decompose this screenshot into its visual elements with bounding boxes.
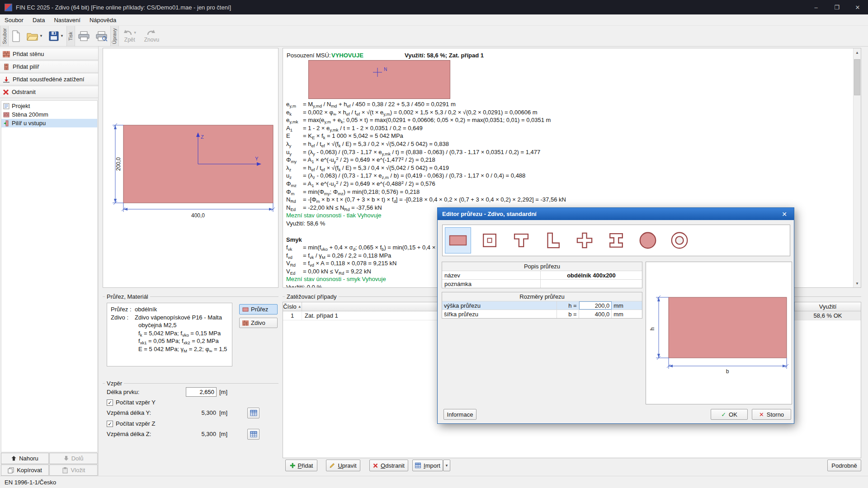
shape-cross-button[interactable] [571, 227, 598, 253]
menu-napoveda[interactable]: Nápověda [85, 14, 121, 25]
tree-item-projekt[interactable]: Projekt [1, 102, 97, 110]
assessment-utilization: Využití: 58,6 %; Zat. případ 1 [405, 52, 484, 59]
formula-line: λz= hef / tef × √(fk / E) = 5,3 / 0,4 × … [286, 164, 851, 172]
tree-item-stena[interactable]: Stěna 200mm [1, 110, 97, 119]
width-label: šířka průřezu [442, 310, 557, 318]
tree-item-pilir-selected[interactable]: Pilíř u vstupu [1, 119, 97, 127]
left-sidebar: Přidat stěnu Přidat pilíř Přidat soustře… [0, 47, 99, 476]
shape-angle-button[interactable] [540, 227, 566, 253]
new-file-button[interactable] [9, 26, 24, 46]
material-line: fk = 5,042 MPa; fvko = 0,15 MPa [111, 329, 232, 338]
name-row[interactable]: název obdélník 400x200 [442, 271, 642, 279]
section-dimensions-table: Rozměry průřezu výška průřezu h = 200,0 … [442, 292, 642, 319]
menu-data[interactable]: Data [28, 14, 49, 25]
title-bar: FIN EC 2025 - Zdivo (64 bit) [Fine onlin… [0, 0, 868, 14]
redo-label: Znovu [144, 37, 159, 43]
results-scrollbar[interactable]: ▲ ▼ [853, 48, 861, 287]
open-file-button[interactable]: ▼ [24, 26, 46, 46]
print-button[interactable] [75, 26, 93, 46]
shape-ring-button[interactable] [666, 227, 693, 253]
masonry-edit-label: Zdivo [251, 319, 265, 326]
calculator-icon [250, 410, 257, 416]
ok-button[interactable]: ✓ OK [711, 409, 748, 420]
save-button[interactable]: ▼ [46, 26, 66, 46]
width-value[interactable]: 400,0 [579, 310, 612, 318]
chevron-down-icon: ▼ [133, 31, 137, 35]
wall-item-icon [3, 112, 9, 118]
add-load-case-button[interactable]: Přidat [285, 460, 317, 471]
shape-box-button[interactable] [476, 227, 503, 253]
add-concentrated-load-button[interactable]: Přidat soustředěné zatížení [0, 73, 98, 85]
chevron-down-icon[interactable]: ▼ [39, 34, 43, 38]
scroll-up-button[interactable]: ▲ [854, 48, 861, 56]
note-label: poznámka [442, 280, 541, 288]
cancel-button[interactable]: ✕ Storno [752, 409, 791, 420]
minimize-button[interactable]: – [806, 0, 826, 14]
print-preview-button[interactable] [93, 26, 110, 46]
import-dropdown-button[interactable]: ▼ [443, 460, 450, 471]
description-table-header: Popis průřezu [442, 262, 642, 271]
add-wall-button[interactable]: Přidat stěnu [0, 48, 98, 60]
chevron-down-icon[interactable]: ▼ [60, 34, 64, 38]
toolbar-group-soubor: Soubor [0, 26, 9, 46]
shape-circle-button[interactable] [635, 227, 661, 253]
buckling-z-calculator-button[interactable] [247, 429, 259, 440]
edit-load-case-button[interactable]: Upravit [326, 460, 360, 471]
paste-button[interactable]: Vložit [49, 465, 98, 476]
dim-width-label: 400,0 [191, 212, 205, 219]
shape-i-section-button[interactable] [603, 227, 629, 253]
note-value[interactable] [541, 280, 642, 288]
section-edit-button[interactable]: Průřez [239, 304, 278, 314]
dialog-close-button[interactable]: ✕ [779, 211, 789, 218]
buckling-y-checkbox[interactable]: ✓ [107, 399, 113, 406]
move-up-button[interactable]: Nahoru [1, 453, 49, 464]
remove-button[interactable]: Odstranit [0, 86, 98, 98]
material-legend: Průřez, Materiál [103, 293, 278, 300]
member-length-input[interactable] [186, 387, 217, 397]
down-arrow-icon [64, 456, 69, 461]
column-utilization[interactable]: Využití [795, 302, 861, 311]
masonry-edit-button[interactable]: Zdivo [239, 318, 278, 328]
copy-button[interactable]: Kopírovat [1, 465, 49, 476]
info-button[interactable]: Informace [443, 409, 476, 420]
undo-label: Zpět [124, 37, 135, 43]
result-section-figure [308, 60, 450, 99]
scrollbar-thumb[interactable] [854, 59, 860, 95]
formula-line: ey,mk= max(ey,m + ek; 0,05 × t) = max(0,… [286, 116, 851, 124]
shape-tee-button[interactable] [508, 227, 534, 253]
buckling-z-checkbox[interactable]: ✓ [107, 421, 113, 427]
dialog-title-bar[interactable]: Editor průřezu - Zdivo, standardní ✕ [438, 208, 794, 220]
note-row[interactable]: poznámka [442, 279, 642, 288]
width-unit: mm [612, 310, 642, 318]
material-group: Průřez, Materiál Průřez :obdélníkZdivo :… [103, 293, 278, 376]
close-button[interactable]: ✕ [847, 0, 868, 14]
scroll-down-button[interactable]: ▼ [854, 279, 861, 287]
menu-soubor[interactable]: Soubor [0, 14, 28, 25]
dim-height-label: 200,0 [115, 157, 122, 171]
width-row[interactable]: šířka průřezu b = 400,0 mm [442, 310, 642, 318]
buckling-y-calculator-button[interactable] [247, 408, 259, 418]
detail-button[interactable]: Podrobně [827, 460, 861, 471]
column-number[interactable]: Číslo▲ [283, 302, 302, 311]
formula-line: NRd= -[Φm × b × t × (0,7 + 3 × b × t) × … [286, 196, 851, 204]
menu-nastaveni[interactable]: Nastavení [49, 14, 85, 25]
name-value[interactable]: obdélník 400x200 [541, 271, 642, 279]
shape-cross-icon [574, 230, 595, 251]
tree-item-label: Stěna 200mm [12, 111, 48, 118]
import-button[interactable]: Import [412, 460, 443, 471]
buckling-length-y-value: 5,300 [186, 409, 216, 416]
formula-line: Φmz= A1 × e^(-uz2 / 2) = 0,649 × e^(-0,4… [286, 180, 851, 188]
chevron-down-icon: ▼ [445, 464, 448, 468]
formula-line: Φm= min(Φmy; Φmz) = min(0,218; 0,576) = … [286, 188, 851, 196]
section-preview: h b [646, 262, 792, 404]
remove-load-case-button[interactable]: Odstranit [369, 460, 408, 471]
move-down-button[interactable]: Dolů [49, 453, 98, 464]
add-pillar-button[interactable]: Přidat pilíř [0, 61, 98, 73]
height-row[interactable]: výška průřezu h = 200,0 mm [442, 301, 642, 310]
height-value[interactable]: 200,0 [579, 301, 612, 310]
maximize-button[interactable]: ❐ [826, 0, 847, 14]
redo-button[interactable]: Znovu [141, 26, 163, 46]
shape-rectangle-button[interactable] [445, 227, 471, 253]
buckling-z-label: Počítat vzpěr Z [116, 420, 155, 427]
undo-button[interactable]: ▼ Zpět [119, 26, 141, 46]
